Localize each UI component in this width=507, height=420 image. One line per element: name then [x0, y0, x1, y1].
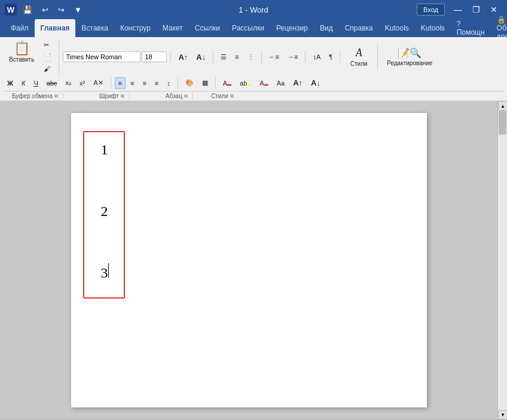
styles-label-group: Стили ⧉ — [193, 93, 239, 99]
justify-button[interactable]: ≡ — [151, 77, 162, 89]
styles-ribbon-label: Стили — [211, 93, 228, 99]
cut-button[interactable]: ✂ — [41, 39, 55, 51]
bold-icon: Ж — [7, 80, 13, 87]
font-expand-icon[interactable]: ⧉ — [121, 93, 124, 99]
paragraph-label-group: Абзац ⧉ — [130, 93, 193, 99]
decrease-font-btn[interactable]: A↓ — [193, 50, 209, 64]
paste-icon: 📋 — [14, 42, 30, 55]
tab-design[interactable]: Конструр — [114, 19, 157, 37]
change-case-icon: Aa — [277, 80, 285, 87]
copy-icon: 📄 — [44, 53, 52, 61]
tab-file[interactable]: Файл — [5, 19, 35, 37]
sort-icon: ↕A — [313, 53, 320, 60]
bullets-icon: ☰ — [221, 53, 227, 61]
sort-btn[interactable]: ↕A — [309, 51, 324, 63]
font-color-group: A▬ ab▬ A▬ Aa A↑ A↓ — [219, 76, 328, 90]
strikethrough-button[interactable]: abc — [43, 77, 61, 89]
italic-button[interactable]: К — [18, 77, 29, 89]
paragraph-icon: ¶ — [329, 53, 332, 60]
shading-icon: 🎨 — [185, 79, 194, 87]
bullets-button[interactable]: ☰ — [217, 51, 230, 63]
subscript-button[interactable]: x₂ — [62, 77, 75, 89]
text-highlight-icon: ab▬ — [240, 80, 251, 87]
clipboard-small-buttons: ✂ 📄 🖌 — [41, 39, 55, 74]
tab-help[interactable]: Справка — [339, 19, 379, 37]
font-size-input[interactable] — [142, 51, 167, 62]
decrease-indent-btn[interactable]: ←≡ — [265, 51, 283, 63]
document-page[interactable]: 1 2 3 — [71, 113, 427, 407]
clipboard-expand-icon[interactable]: ⧉ — [54, 93, 58, 99]
align-left-button[interactable]: ≡ — [115, 77, 126, 89]
bold-button[interactable]: Ж — [4, 77, 17, 89]
align-right-button[interactable]: ≡ — [139, 77, 149, 89]
paste-button[interactable]: 📋 Вставить — [4, 39, 39, 65]
line-spacing-button[interactable]: ↕ — [163, 77, 174, 89]
list-group: ☰ ≡ ⋮ — [217, 51, 261, 63]
scroll-down-button[interactable]: ▼ — [498, 410, 507, 419]
multilevel-button[interactable]: ⋮ — [244, 51, 258, 63]
restore-button[interactable]: ❐ — [468, 1, 484, 18]
signin-button[interactable]: Вход — [417, 4, 445, 16]
font-name-input[interactable] — [63, 51, 141, 62]
shading-button[interactable]: 🎨 — [182, 77, 197, 89]
quick-redo-btn[interactable]: ↪ — [54, 3, 68, 17]
scroll-up-button[interactable]: ▲ — [498, 101, 507, 111]
tab-kutools2[interactable]: Kutools — [415, 19, 451, 37]
increase-indent-btn[interactable]: →≡ — [284, 51, 301, 63]
quick-menu-btn[interactable]: ▼ — [71, 3, 85, 17]
shading-group: 🎨 ▦ — [182, 77, 216, 89]
tab-insert[interactable]: Вставка — [75, 19, 114, 37]
format-painter-button[interactable]: 🖌 — [41, 63, 55, 74]
tab-assistant[interactable]: ? Помощн — [451, 19, 491, 37]
vertical-scrollbar[interactable]: ▲ ▼ — [497, 101, 507, 419]
underline-button[interactable]: Ч — [30, 77, 41, 89]
text-highlight-button[interactable]: ab▬ — [236, 77, 255, 89]
scroll-track[interactable] — [498, 111, 507, 410]
font-color2-button[interactable]: A▬ — [256, 77, 271, 89]
editing-button[interactable]: 📝🔍 Редактирование — [381, 44, 438, 69]
document-content[interactable]: 1 2 3 — [95, 137, 403, 287]
clipboard-group: 📋 Вставить ✂ 📄 🖌 — [4, 39, 59, 74]
tab-home[interactable]: Главная — [35, 19, 76, 37]
numbering-button[interactable]: ≡ — [231, 51, 242, 63]
paragraph-label: Абзац — [166, 93, 182, 99]
increase-size2-btn[interactable]: A↑ — [289, 76, 306, 90]
italic-icon: К — [22, 80, 25, 87]
doc-line-2: 2 — [101, 199, 403, 224]
clipboard-label: Буфер обмена — [12, 93, 53, 99]
font-color2-icon: A▬ — [259, 80, 268, 87]
styles-button[interactable]: A Стили — [344, 44, 374, 70]
tab-share[interactable]: 🔒 Общий доступ — [491, 19, 507, 37]
tab-view[interactable]: Вид — [314, 19, 339, 37]
tab-mailings[interactable]: Рассылки — [226, 19, 270, 37]
paragraph-mark-btn[interactable]: ¶ — [325, 51, 336, 63]
styles-expand-icon[interactable]: ⧉ — [230, 93, 234, 99]
borders-button[interactable]: ▦ — [198, 77, 212, 89]
clear-format-button[interactable]: A✕ — [90, 77, 106, 89]
font-color-button[interactable]: A▬ — [219, 77, 235, 89]
decrease-size2-btn[interactable]: A↓ — [307, 76, 324, 90]
doc-text-2: 2 — [101, 199, 108, 224]
tab-review[interactable]: Рецензир — [270, 19, 314, 37]
tab-references[interactable]: Ссылки — [189, 19, 226, 37]
quick-save-btn[interactable]: 💾 — [19, 3, 36, 17]
tab-layout[interactable]: Макет — [157, 19, 189, 37]
line-spacing-icon: ↕ — [167, 80, 170, 87]
underline-icon: Ч — [33, 80, 38, 87]
superscript-button[interactable]: x² — [76, 77, 88, 89]
paragraph-expand-icon[interactable]: ⧉ — [184, 93, 188, 99]
increase-font-icon: A↑ — [178, 53, 188, 62]
font-format-group: Ж К Ч abc x₂ x² A✕ — [4, 77, 111, 89]
minimize-button[interactable]: — — [450, 1, 466, 18]
change-case-button[interactable]: Aa — [273, 77, 288, 89]
increase-font-btn[interactable]: A↑ — [175, 50, 191, 64]
strikethrough-icon: abc — [47, 80, 57, 87]
styles-label: Стили — [350, 60, 368, 67]
tab-kutools1[interactable]: Kutools — [379, 19, 415, 37]
scroll-thumb[interactable] — [499, 111, 506, 135]
align-center-button[interactable]: ≡ — [127, 77, 138, 89]
decrease-font-icon: A↓ — [196, 53, 206, 62]
copy-button[interactable]: 📄 — [41, 51, 55, 63]
clear-format-icon: A✕ — [93, 79, 103, 87]
quick-undo-btn[interactable]: ↩ — [38, 3, 52, 17]
